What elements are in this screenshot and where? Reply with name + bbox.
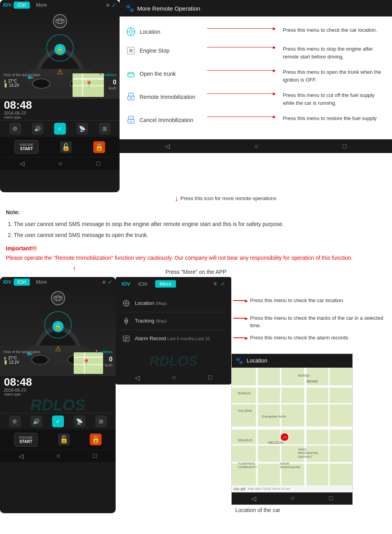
back-btn-2[interactable]: ◁ [19, 452, 24, 460]
more-tab-ictrl[interactable]: iCtrl [134, 280, 151, 288]
trunk-label: Open the trunk [140, 71, 176, 77]
tab-more-1[interactable]: More [32, 2, 51, 9]
more-item-location[interactable]: Location (Map) [122, 295, 225, 312]
nav-bar-1: ◁ ○ □ [0, 157, 120, 169]
unlock-btn-2[interactable]: 🔓 [58, 434, 70, 445]
lock-btn-3[interactable]: 🔒 [90, 434, 102, 445]
alarm-type-1: Alarm type [4, 115, 116, 119]
cancel-imm-desc: Press this menu to restore the fuel supp… [279, 115, 386, 122]
back-btn-loc[interactable]: ◁ [251, 495, 256, 502]
more-watermark-text: RDLOS [149, 353, 198, 369]
imm-arrow: ▶ [207, 91, 276, 96]
map-label-shiqi: SHIQIRESIDENTIALDISTRICT [298, 448, 318, 459]
remote-panel: 🐾 More Remote Operation Location ▶ Press… [120, 0, 392, 192]
up-arrow-more: ↑ [73, 265, 76, 273]
remote-nav-bar: ◁ ○ □ [120, 139, 392, 153]
recent-btn-2[interactable]: □ [93, 452, 97, 459]
home-btn-1[interactable]: ○ [58, 160, 62, 167]
check-btn-1[interactable]: ✓ [54, 123, 66, 135]
home-btn-2[interactable]: ○ [56, 452, 60, 459]
settings-btn-1[interactable]: ⚙ [9, 123, 21, 135]
home-btn-remote[interactable]: ○ [254, 143, 258, 150]
home-btn-more[interactable]: ○ [172, 374, 176, 381]
map-pin-1: 📍 [85, 80, 93, 88]
more-menu-list: Location (Map) Tracking (Map) [116, 291, 231, 351]
phone-mockup-1: IOV iCtrl More ≡ ✓ [0, 0, 120, 192]
imm-label: Remote Immobilization [140, 94, 195, 100]
unlock-btn-1[interactable]: 🔓 [60, 141, 72, 153]
tab-ictrl-2[interactable]: iCtrl [14, 279, 30, 286]
alarm-type-2: Alarm type [4, 392, 112, 396]
location-paw-icon: 🐾 [236, 357, 243, 365]
back-btn-more[interactable]: ◁ [135, 374, 140, 381]
recent-btn-remote[interactable]: □ [343, 143, 347, 150]
tab-ictrl-1[interactable]: iCtrl [14, 2, 30, 9]
check-btn-2[interactable]: ✓ [52, 416, 64, 427]
gps-btn-2[interactable]: 📡 [74, 416, 85, 427]
remote-item-engine-stop: Engine Stop ▶ Press this menu to stop th… [125, 41, 386, 64]
svg-point-22 [54, 296, 62, 301]
down-arrow-icon: ↓ [174, 194, 178, 203]
grid-btn-1[interactable]: ⊞ [99, 123, 111, 135]
gps-btn-1[interactable]: 📡 [76, 123, 88, 135]
menu-icon-2[interactable]: ≡ [102, 279, 105, 285]
cancel-imm-arrow: ▶ [207, 115, 276, 119]
tab-more-2[interactable]: More [32, 279, 51, 286]
car-display-area-2: 🔒 ⚠ 📍 Time of the last location 📍 Addres… [0, 287, 116, 376]
engine-stop-desc: Press this menu to stop the engine after… [279, 45, 386, 60]
location-nav: ◁ ○ □ [232, 492, 352, 505]
remote-header: 🐾 More Remote Operation [120, 0, 392, 16]
lock-btn-2[interactable]: 🔒 [93, 141, 105, 153]
location-title: Location [247, 357, 267, 364]
watermark-area: RDLOS [0, 397, 116, 413]
svg-point-35 [125, 320, 127, 322]
check-icon-2: ✓ [108, 279, 113, 285]
recent-btn-1[interactable]: □ [96, 160, 100, 167]
more-menu-icon[interactable]: ≡ [214, 281, 217, 287]
engine-start-btn-2[interactable]: ENGINE START [14, 433, 38, 447]
lock-icon-1: 🔒 [54, 44, 65, 55]
more-panel: IOV iCtrl More ≡ ✓ Location (Map) [116, 277, 231, 385]
back-btn-remote[interactable]: ◁ [165, 142, 170, 150]
toyota-logo-2 [51, 291, 65, 305]
more-tab-more[interactable]: More [155, 280, 176, 288]
svg-point-0 [56, 19, 64, 24]
immobilization-icon [125, 91, 136, 102]
grid-btn-2[interactable]: ⊞ [95, 416, 107, 427]
trunk-icon [125, 68, 136, 79]
app-logo-2: IOV [3, 279, 11, 285]
engine-start-btn[interactable]: ENGINE START [15, 140, 38, 154]
back-btn-1[interactable]: ◁ [20, 160, 24, 167]
sound-btn-1[interactable]: 🔊 [32, 123, 44, 135]
remote-item-left-engine: Engine Stop [125, 45, 204, 56]
tracking-icon [122, 316, 131, 326]
engine-stop-label: Engine Stop [140, 47, 169, 54]
tracking-label: Tracking (Map) [135, 318, 167, 324]
more-panel-header: IOV iCtrl More ≡ ✓ [116, 277, 231, 291]
press-icon-label: Press this icon for more remote operatio… [180, 195, 276, 201]
sound-btn-2[interactable]: 🔊 [31, 416, 42, 427]
home-btn-loc[interactable]: ○ [290, 495, 294, 502]
map-label-nanliu: NANLIU [238, 391, 250, 395]
cancel-imm-icon [125, 115, 136, 126]
alarm-record-icon [122, 334, 131, 343]
map-bg: NANQI NANLIU YALISHA BEIWE Zhongshan Nor… [232, 368, 352, 485]
notes-title: Note: [6, 208, 386, 217]
settings-btn-2[interactable]: ⚙ [9, 416, 21, 427]
paw-icon: 🐾 [125, 4, 134, 13]
remote-title: More Remote Operation [137, 5, 200, 12]
temp-display-2: 🌡 27°C 🔋 13.2V [3, 356, 19, 365]
svg-rect-15 [128, 74, 134, 77]
recent-btn-more[interactable]: □ [208, 374, 212, 381]
menu-icon-1[interactable]: ≡ [106, 2, 109, 8]
controls-1: ⚙ 🔊 ✓ 📡 ⊞ [0, 120, 120, 137]
location-menu-icon [125, 26, 136, 37]
nav-bar-2: ◁ ○ □ [0, 450, 116, 462]
recent-btn-loc[interactable]: □ [329, 495, 333, 502]
more-item-alarm-record[interactable]: Alarm Record Last 6 months,Last 10 [122, 330, 225, 347]
location-car-label: Location of the car [231, 505, 392, 513]
more-item-tracking[interactable]: Tracking (Map) [122, 312, 225, 330]
trunk-arrow: ▶ [207, 68, 276, 73]
time-area-1: 08:48 2018-06-23 Alarm type [0, 99, 120, 120]
map-data-label: Map data ©2018 Terms of Use [248, 487, 290, 490]
